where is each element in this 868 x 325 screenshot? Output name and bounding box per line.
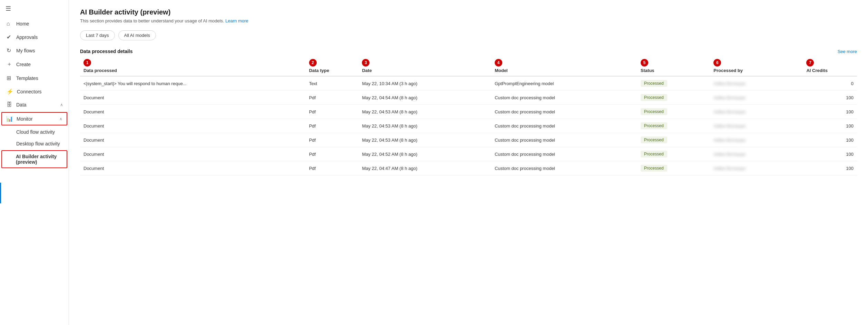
- blurred-value: Adikw Bzmaupo: [713, 109, 746, 114]
- sidebar-item-approvals[interactable]: ✔ Approvals: [0, 30, 69, 44]
- create-icon: ＋: [7, 61, 13, 68]
- table-cell: May 22, 04:53 AM (8 h ago): [358, 105, 491, 119]
- col-header-model: 4 Model: [491, 56, 637, 76]
- learn-more-link[interactable]: Learn more: [225, 18, 248, 23]
- table-cell: May 22, 04:52 AM (8 h ago): [358, 147, 491, 161]
- sidebar-item-create[interactable]: ＋ Create: [0, 57, 69, 71]
- data-chevron-icon: ∧: [60, 102, 63, 107]
- table-cell: Processed: [637, 119, 710, 133]
- col-num-5: 5: [641, 59, 648, 67]
- blurred-value: Adikw Bzmaupo: [713, 81, 746, 86]
- sidebar-item-approvals-label: Approvals: [16, 34, 38, 40]
- hamburger-button[interactable]: ☰: [0, 0, 69, 17]
- table-cell: Adikw Bzmaupo: [710, 105, 803, 119]
- section-header: Data processed details See more: [80, 49, 857, 54]
- connectors-icon: ⚡: [7, 88, 13, 95]
- table-cell: Adikw Bzmaupo: [710, 76, 803, 91]
- sidebar-item-templates[interactable]: ⊞ Templates: [0, 71, 69, 85]
- col-num-6: 6: [713, 59, 721, 67]
- table-cell: Document: [80, 91, 306, 105]
- table-cell: Adikw Bzmaupo: [710, 147, 803, 161]
- table-cell: Pdf: [306, 91, 359, 105]
- sidebar-item-create-label: Create: [16, 62, 31, 67]
- status-badge: Processed: [641, 165, 667, 172]
- sidebar-item-home-label: Home: [16, 21, 29, 27]
- approvals-icon: ✔: [7, 34, 13, 40]
- sidebar-sub-desktop-flow[interactable]: Desktop flow activity: [0, 138, 69, 150]
- table-cell: Processed: [637, 147, 710, 161]
- table-row: <|system_start|> You will respond to hum…: [80, 76, 857, 91]
- table-cell: 100: [803, 119, 857, 133]
- table-row: DocumentPdfMay 22, 04:52 AM (8 h ago)Cus…: [80, 147, 857, 161]
- sidebar-item-monitor[interactable]: 📊 Monitor ∧: [1, 112, 67, 125]
- col-header-data-processed: 1 Data processed: [80, 56, 306, 76]
- table-cell: May 22, 04:54 AM (8 h ago): [358, 91, 491, 105]
- table-cell: May 22, 04:53 AM (8 h ago): [358, 133, 491, 147]
- sidebar-item-myflows[interactable]: ↻ My flows: [0, 44, 69, 57]
- data-table: 1 Data processed 2 Data type 3 Date: [80, 56, 857, 175]
- blurred-value: Adikw Bzmaupo: [713, 95, 746, 100]
- table-row: DocumentPdfMay 22, 04:47 AM (8 h ago)Cus…: [80, 161, 857, 175]
- sidebar-sub-cloud-flow-label: Cloud flow activity: [16, 129, 55, 135]
- sidebar-item-connectors-label: Connectors: [17, 89, 42, 94]
- sidebar-item-myflows-label: My flows: [16, 48, 35, 53]
- see-more-link[interactable]: See more: [838, 49, 857, 54]
- table-cell: Adikw Bzmaupo: [710, 119, 803, 133]
- sidebar-item-connectors[interactable]: ⚡ Connectors: [0, 85, 69, 98]
- table-cell: May 22, 10:34 AM (3 h ago): [358, 76, 491, 91]
- status-badge: Processed: [641, 151, 667, 158]
- sidebar-sub-ai-builder-label: AI Builder activity (preview): [16, 154, 62, 165]
- table-cell: Custom doc processing model: [491, 105, 637, 119]
- table-body: <|system_start|> You will respond to hum…: [80, 76, 857, 175]
- table-cell: Processed: [637, 91, 710, 105]
- monitor-icon: 📊: [6, 115, 13, 122]
- sidebar-item-data-label: Data: [16, 102, 27, 108]
- status-badge: Processed: [641, 122, 667, 129]
- table-cell: Pdf: [306, 119, 359, 133]
- status-badge: Processed: [641, 80, 667, 87]
- sidebar-item-templates-label: Templates: [16, 75, 38, 81]
- blurred-value: Adikw Bzmaupo: [713, 123, 746, 129]
- col-header-ai-credits: 7 AI Credits: [803, 56, 857, 76]
- table-cell: Custom doc processing model: [491, 133, 637, 147]
- active-indicator: [0, 183, 1, 203]
- filter-last7days[interactable]: Last 7 days: [80, 30, 115, 40]
- table-cell: GptPromptEngineering model: [491, 76, 637, 91]
- table-cell: Pdf: [306, 147, 359, 161]
- table-cell: 100: [803, 147, 857, 161]
- section-title: Data processed details: [80, 49, 133, 54]
- col-header-date: 3 Date: [358, 56, 491, 76]
- table-cell: May 22, 04:53 AM (8 h ago): [358, 119, 491, 133]
- sidebar-sub-cloud-flow[interactable]: Cloud flow activity: [0, 126, 69, 138]
- col-header-data-type: 2 Data type: [306, 56, 359, 76]
- col-header-status: 5 Status: [637, 56, 710, 76]
- table-cell: 100: [803, 91, 857, 105]
- table-cell: Document: [80, 147, 306, 161]
- table-cell: Pdf: [306, 161, 359, 175]
- monitor-chevron-icon: ∧: [59, 116, 62, 121]
- table-cell: Text: [306, 76, 359, 91]
- table-cell: <|system_start|> You will respond to hum…: [80, 76, 306, 91]
- status-badge: Processed: [641, 108, 667, 115]
- sidebar: ☰ ⌂ Home ✔ Approvals ↻ My flows ＋ Create…: [0, 0, 69, 325]
- table-cell: Processed: [637, 161, 710, 175]
- table-row: DocumentPdfMay 22, 04:53 AM (8 h ago)Cus…: [80, 119, 857, 133]
- sidebar-sub-ai-builder[interactable]: AI Builder activity (preview): [1, 150, 67, 168]
- sidebar-item-home[interactable]: ⌂ Home: [0, 17, 69, 30]
- table-cell: 100: [803, 133, 857, 147]
- sidebar-sub-desktop-flow-label: Desktop flow activity: [16, 141, 60, 146]
- page-title: AI Builder activity (preview): [80, 8, 857, 16]
- sidebar-item-monitor-label: Monitor: [17, 116, 33, 122]
- table-cell: Adikw Bzmaupo: [710, 133, 803, 147]
- table-cell: Custom doc processing model: [491, 119, 637, 133]
- sidebar-item-data[interactable]: 🗄 Data ∧: [0, 98, 69, 111]
- table-cell: Custom doc processing model: [491, 161, 637, 175]
- table-cell: 100: [803, 105, 857, 119]
- table-cell: Pdf: [306, 133, 359, 147]
- table-row: DocumentPdfMay 22, 04:53 AM (8 h ago)Cus…: [80, 133, 857, 147]
- table-cell: Document: [80, 133, 306, 147]
- filter-all-ai-models[interactable]: All AI models: [118, 30, 156, 40]
- table-cell: Adikw Bzmaupo: [710, 91, 803, 105]
- col-num-3: 3: [362, 59, 369, 67]
- col-num-7: 7: [806, 59, 814, 67]
